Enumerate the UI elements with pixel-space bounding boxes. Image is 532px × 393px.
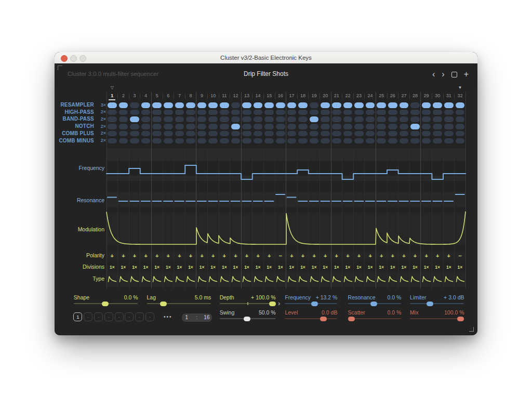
slider-level-track[interactable] <box>285 318 337 319</box>
slider-resonance-value: 0.0 % <box>387 294 401 300</box>
pattern-slot-8[interactable]: - <box>145 312 154 321</box>
slider-limiter-value: + 3.0 dB <box>444 294 464 300</box>
slider-lag: Lag5.0 ms <box>147 294 211 309</box>
slider-limiter-track[interactable] <box>410 303 464 304</box>
slider-swing-knob[interactable] <box>244 317 250 321</box>
slider-mix-knob[interactable] <box>457 317 464 321</box>
step-ratio-box[interactable]: 1:16 <box>182 313 212 322</box>
slider-resonance-knob[interactable] <box>370 302 377 306</box>
slider-shape-label: Shape <box>74 294 89 300</box>
slider-swing-value: 50.0 % <box>259 309 276 316</box>
slider-shape: Shape0.0 % <box>74 294 138 309</box>
more-params-arrow[interactable]: › <box>278 299 280 307</box>
pattern-slot-2[interactable]: - <box>84 312 92 321</box>
slider-frequency-value: + 13.2 % <box>316 294 338 300</box>
pattern-slot-3[interactable]: - <box>94 312 103 321</box>
slider-scatter: Scatter0.0 % <box>348 309 402 324</box>
slider-lag-knob[interactable] <box>160 302 167 306</box>
slider-swing: Swing50.0 % <box>220 309 276 324</box>
desktop: Cluster v3/2-Basic Electronic Keys Clust… <box>0 0 532 393</box>
slider-depth-knob[interactable] <box>269 302 276 306</box>
plugin-window: Cluster v3/2-Basic Electronic Keys Clust… <box>55 52 477 335</box>
pattern-slot-6[interactable]: - <box>125 312 134 321</box>
slider-level-label: Level <box>285 309 298 316</box>
slider-depth-value: + 100.0 % <box>251 294 276 300</box>
slider-shape-value: 0.0 % <box>124 294 138 300</box>
slider-scatter-track[interactable] <box>348 318 402 319</box>
pattern-slot-1[interactable]: 1 <box>73 312 82 321</box>
slider-scatter-value: 0.0 % <box>387 309 401 316</box>
slider-level-value: 0.0 dB <box>322 309 337 316</box>
slider-limiter-knob[interactable] <box>427 302 433 306</box>
slider-lag-label: Lag <box>147 294 156 300</box>
pattern-slot-5[interactable]: - <box>115 312 124 321</box>
slider-scatter-knob[interactable] <box>348 317 355 321</box>
slider-level: Level0.0 dB <box>285 309 337 324</box>
slider-swing-label: Swing <box>220 309 235 316</box>
slider-level-knob[interactable] <box>320 317 327 321</box>
slider-frequency-label: Frequency <box>285 294 311 300</box>
slider-frequency-knob[interactable] <box>311 302 318 306</box>
slider-depth-label: Depth <box>220 294 234 300</box>
slider-resonance-label: Resonance <box>348 294 376 300</box>
pattern-more-button[interactable]: ••• <box>164 314 172 320</box>
slider-limiter: Limiter+ 3.0 dB <box>410 294 464 309</box>
footer-controls: Shape0.0 %Lag5.0 msDepth+ 100.0 %›Freque… <box>55 63 477 335</box>
slider-limiter-label: Limiter <box>410 294 427 300</box>
slider-lag-value: 5.0 ms <box>195 294 211 300</box>
ratio-separator: : <box>192 315 202 320</box>
slider-lag-track[interactable] <box>147 303 211 304</box>
slider-depth-center-tick <box>247 302 248 305</box>
slider-resonance: Resonance0.0 % <box>348 294 402 309</box>
window-title: Cluster v3/2-Basic Electronic Keys <box>55 52 477 63</box>
slider-mix-label: Mix <box>410 309 418 316</box>
pattern-slot-4[interactable]: - <box>104 312 113 321</box>
ratio-left: 1 <box>182 315 192 320</box>
ratio-right: 16 <box>202 315 211 320</box>
pattern-slot-7[interactable]: - <box>135 312 144 321</box>
slider-frequency: Frequency+ 13.2 % <box>285 294 337 309</box>
plugin-content: Cluster 3.0.0 multi-filter sequencer Dri… <box>55 63 477 335</box>
slider-scatter-label: Scatter <box>348 309 365 316</box>
slider-depth: Depth+ 100.0 % <box>220 294 276 309</box>
slider-mix-value: 100.0 % <box>444 309 464 316</box>
slider-shape-knob[interactable] <box>102 302 109 306</box>
slider-mix: Mix100.0 % <box>410 309 464 324</box>
slider-mix-track[interactable] <box>410 318 464 319</box>
macos-titlebar[interactable]: Cluster v3/2-Basic Electronic Keys <box>55 52 477 64</box>
